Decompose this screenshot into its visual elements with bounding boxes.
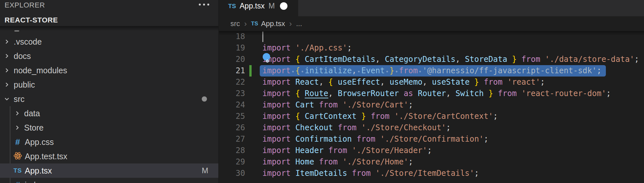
tree-item-app-css[interactable]: #App.css xyxy=(0,135,218,149)
tree-item-label: node_modules xyxy=(14,66,67,75)
file-tree: .vscodedocsnode_modulespublicsrcdataStor… xyxy=(0,35,218,183)
modified-dot-badge xyxy=(202,96,207,102)
code-text: import Home from './Store/Home'; xyxy=(262,156,413,168)
code-line-27[interactable]: 27import Confirmation from './Store/Conf… xyxy=(219,134,644,145)
code-line-26[interactable]: 26import Checkout from './Store/Checkout… xyxy=(219,122,644,134)
chevron-right-icon[interactable] xyxy=(3,80,11,89)
line-number: 19 xyxy=(219,42,245,54)
explorer-title: EXPLORER xyxy=(5,1,45,9)
code-text: import Checkout from './Store/Checkout'; xyxy=(262,122,451,134)
tree-item-app-tsx[interactable]: TSApp.tsxM xyxy=(0,163,218,178)
line-number: 23 xyxy=(219,88,245,99)
more-actions-icon[interactable] xyxy=(199,4,209,6)
tree-item-label: App.test.tsx xyxy=(25,152,67,161)
tree-item-app-test-tsx[interactable]: App.test.tsx xyxy=(0,149,218,163)
scrolled-item-sliver xyxy=(14,30,19,32)
line-number: 24 xyxy=(219,99,245,111)
line-number: 21 xyxy=(219,65,245,77)
code-line-29[interactable]: 29import Home from './Store/Home'; xyxy=(219,156,644,168)
code-text: import React, { useEffect, useMemo, useS… xyxy=(262,77,545,88)
code-text: import ItemDetails from './Store/ItemDet… xyxy=(262,168,479,179)
editor-group: TS App.tsx M src › TS App.tsx › ... 1819… xyxy=(219,0,644,183)
tree-item-store[interactable]: Store xyxy=(0,120,218,135)
code-text: import { CartContext } from './Store/Car… xyxy=(262,111,498,122)
remote-cursor-ring-icon xyxy=(266,60,269,63)
explorer-sidebar: EXPLORER REACT-STORE .vscodedocsnode_mod… xyxy=(0,0,219,183)
explorer-header: EXPLORER xyxy=(0,0,218,10)
ts-icon: TS xyxy=(13,167,22,174)
tree-item-label: App.tsx xyxy=(25,166,52,176)
react-icon xyxy=(13,151,22,162)
code-line-30[interactable]: 30import ItemDetails from './Store/ItemD… xyxy=(219,168,644,179)
line-number: 26 xyxy=(219,122,245,134)
css-icon: # xyxy=(13,137,22,147)
tree-item-label: docs xyxy=(14,51,31,61)
code-line-23[interactable]: 23import { Route, BrowserRouter as Route… xyxy=(219,88,644,99)
git-modified-badge: M xyxy=(202,166,208,175)
line-number: 29 xyxy=(219,156,245,168)
code-line-25[interactable]: 25import { CartContext } from './Store/C… xyxy=(219,111,644,122)
code-line-28[interactable]: 28import Header from './Store/Header'; xyxy=(219,145,644,156)
project-name: REACT-STORE xyxy=(5,16,58,24)
chevron-right-icon[interactable] xyxy=(3,37,11,46)
tree-item-public[interactable]: public xyxy=(0,77,218,92)
line-number: 20 xyxy=(219,54,245,65)
project-section-header[interactable]: REACT-STORE xyxy=(0,14,218,26)
tree-item-label: .vscode xyxy=(14,37,42,47)
line-number: 25 xyxy=(219,111,245,122)
tree-item-label: App.css xyxy=(25,137,54,147)
code-line-22[interactable]: 22import React, { useEffect, useMemo, us… xyxy=(219,77,644,88)
line-number: 22 xyxy=(219,77,245,88)
code-text: import Confirmation from './Store/Confir… xyxy=(262,134,489,145)
code-line-19[interactable]: 19import './App.css'; xyxy=(219,42,644,54)
chevron-right-icon[interactable] xyxy=(3,66,11,75)
code-area[interactable]: 1819import './App.css';20import { CartIt… xyxy=(219,0,644,183)
code-text: import './App.css'; xyxy=(262,42,352,54)
code-line-20[interactable]: 20import { CartItemDetails, CategoryDeta… xyxy=(219,54,644,65)
line-number: 27 xyxy=(219,134,245,145)
line-number: 18 xyxy=(219,31,245,42)
tree-item-node-modules[interactable]: node_modules xyxy=(0,63,218,77)
code-line-24[interactable]: 24import Cart from './Store/Cart'; xyxy=(219,99,644,111)
chevron-right-icon[interactable] xyxy=(13,123,22,132)
tree-item-index-css[interactable]: #index.css xyxy=(0,178,218,183)
tree-item-src[interactable]: src xyxy=(0,92,218,106)
css-icon: # xyxy=(13,180,22,183)
chevron-down-icon[interactable] xyxy=(3,95,11,103)
git-added-gutter-bar xyxy=(249,65,252,77)
line-number: 28 xyxy=(219,145,245,156)
code-text: import { initialize, Event } from '@harn… xyxy=(262,65,601,77)
tree-item-label: index.css xyxy=(25,180,59,183)
tree-item-docs[interactable]: docs xyxy=(0,49,218,63)
code-text: import { CartItemDetails, CategoryDetail… xyxy=(262,54,639,65)
code-text: import Header from './Store/Header'; xyxy=(262,145,432,156)
chevron-right-icon[interactable] xyxy=(3,52,11,60)
scroll-shadow xyxy=(0,26,218,31)
code-text: import { Route, BrowserRouter as Router,… xyxy=(262,88,611,99)
tree-item-label: src xyxy=(14,94,24,104)
chevron-right-icon[interactable] xyxy=(13,109,22,118)
code-line-18[interactable]: 18 xyxy=(219,31,644,42)
tree-item-data[interactable]: data xyxy=(0,106,218,120)
tree-item-label: Store xyxy=(24,123,44,133)
text-cursor xyxy=(262,32,263,42)
tree-item-label: public xyxy=(14,80,35,90)
tree-item-label: data xyxy=(24,109,40,118)
tree-item--vscode[interactable]: .vscode xyxy=(0,35,218,49)
code-line-21[interactable]: 21import { initialize, Event } from '@ha… xyxy=(219,65,644,77)
line-number: 30 xyxy=(219,168,245,179)
code-text: import Cart from './Store/Cart'; xyxy=(262,99,413,111)
